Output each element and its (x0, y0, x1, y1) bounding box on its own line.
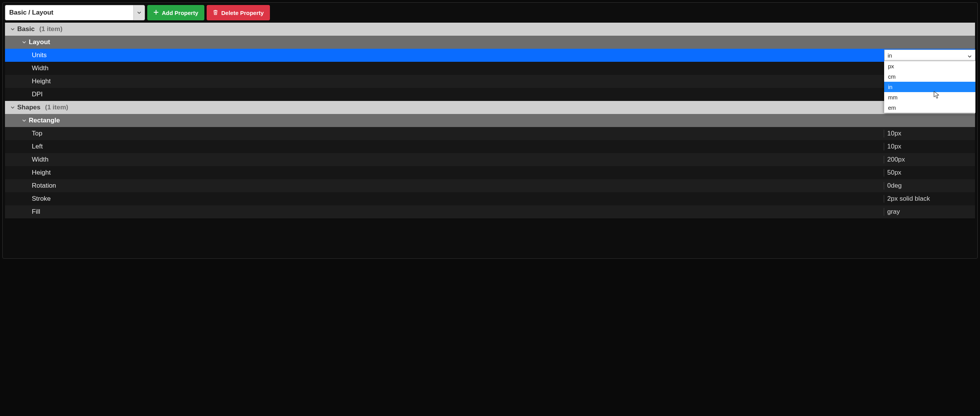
units-option[interactable]: px (884, 61, 975, 71)
path-dropdown-button[interactable] (133, 5, 145, 20)
section-header[interactable]: Basic(1 item) (5, 23, 975, 36)
property-name: Width (32, 64, 48, 72)
units-select[interactable] (884, 50, 975, 61)
property-name: Units (32, 51, 47, 59)
property-name: Top (32, 130, 42, 137)
property-name: Stroke (32, 195, 51, 203)
property-value: gray (887, 208, 900, 216)
property-name: Rotation (32, 182, 56, 190)
property-row[interactable]: Units (5, 49, 975, 62)
property-tree: pxcminmmem Basic(1 item)LayoutUnitsWidth… (3, 23, 977, 258)
property-editor-panel: Add Property Delete Property pxcminmmem (2, 2, 978, 259)
trash-icon (213, 10, 218, 16)
section-count: (1 item) (39, 25, 62, 33)
property-row[interactable]: Stroke2px solid black (5, 192, 975, 205)
units-option[interactable]: in (884, 82, 975, 92)
group-header[interactable]: Rectangle (5, 114, 975, 127)
delete-property-button[interactable]: Delete Property (207, 5, 270, 20)
property-row[interactable]: Width (5, 62, 975, 75)
property-row[interactable]: DPI (5, 88, 975, 101)
property-row[interactable]: Rotation0deg (5, 179, 975, 192)
property-value: 50px (887, 169, 901, 177)
group-title: Rectangle (29, 117, 60, 124)
chevron-down-icon (137, 10, 141, 15)
property-name: Width (32, 156, 48, 163)
chevron-down-icon (10, 105, 15, 110)
path-input[interactable] (5, 5, 133, 20)
path-selector (5, 5, 145, 20)
group-header[interactable]: Layout (5, 36, 975, 49)
add-property-label: Add Property (162, 10, 198, 16)
section-title: Shapes (17, 104, 40, 111)
property-name: Height (32, 78, 51, 85)
property-value: 2px solid black (887, 195, 930, 203)
property-name: DPI (32, 91, 43, 98)
toolbar: Add Property Delete Property (3, 3, 977, 23)
property-row[interactable]: Fillgray (5, 205, 975, 218)
chevron-down-icon (10, 27, 15, 31)
property-row[interactable]: Height (5, 75, 975, 88)
add-property-button[interactable]: Add Property (147, 5, 204, 20)
property-row[interactable]: Height50px (5, 166, 975, 179)
section-header[interactable]: Shapes(1 item) (5, 101, 975, 114)
chevron-down-icon (22, 40, 26, 45)
property-name: Height (32, 169, 51, 177)
property-value: 10px (887, 130, 901, 137)
units-option[interactable]: mm (884, 92, 975, 102)
plus-icon (153, 10, 159, 16)
section-title: Basic (17, 25, 35, 33)
property-name: Left (32, 143, 43, 150)
property-value: 200px (887, 156, 905, 163)
delete-property-label: Delete Property (221, 10, 264, 16)
section-count: (1 item) (45, 104, 68, 111)
property-value: 10px (887, 143, 901, 150)
property-row[interactable]: Left10px (5, 140, 975, 153)
units-dropdown-list[interactable]: pxcminmmem (884, 61, 975, 113)
property-value: 0deg (887, 182, 902, 190)
units-option[interactable]: cm (884, 71, 975, 82)
property-name: Fill (32, 208, 40, 216)
property-row[interactable]: Top10px (5, 127, 975, 140)
group-title: Layout (29, 38, 50, 46)
chevron-down-icon (22, 118, 26, 123)
property-row[interactable]: Width200px (5, 153, 975, 166)
units-option[interactable]: em (884, 102, 975, 113)
